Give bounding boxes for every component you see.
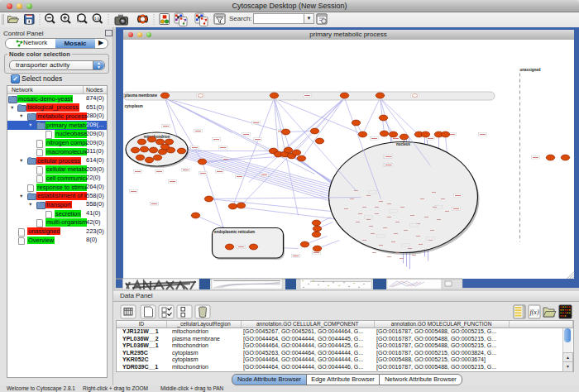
svg-text:mitochondrion: mitochondrion — [143, 134, 170, 138]
svg-text:endoplasmic reticulum: endoplasmic reticulum — [214, 229, 255, 233]
svg-text:cytoplasm: cytoplasm — [124, 103, 142, 108]
svg-text:1:1: 1:1 — [94, 17, 100, 21]
svg-text:plasma membrane: plasma membrane — [124, 93, 157, 97]
svg-text:f(x): f(x) — [529, 308, 538, 316]
svg-text:nucleus: nucleus — [395, 141, 410, 146]
svg-text:unassigned: unassigned — [519, 67, 540, 71]
